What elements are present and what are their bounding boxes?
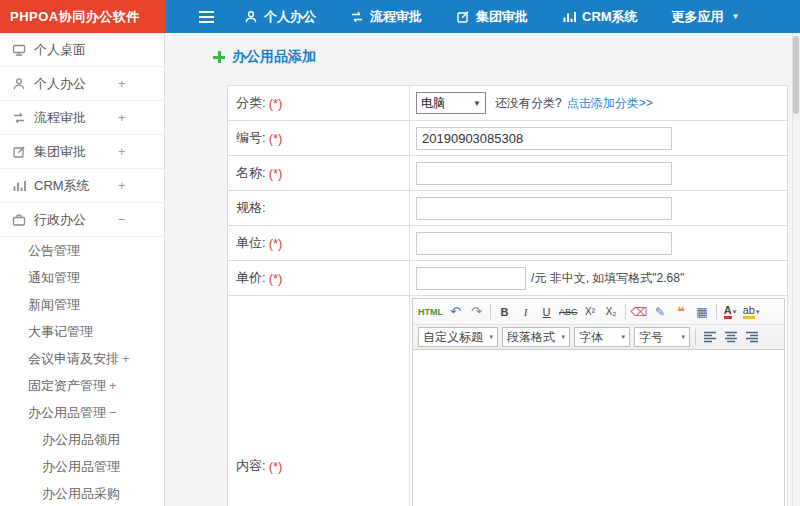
app-window: PHPOA协同办公软件 个人办公 流程审批 集团审批 [0, 0, 800, 506]
code-input[interactable] [416, 127, 672, 150]
sidebar-item-label: 办公用品领用 [42, 431, 120, 449]
required-mark: (*) [269, 96, 283, 111]
unit-input[interactable] [416, 232, 672, 255]
nav-crm-system[interactable]: CRM系统 [545, 0, 655, 33]
chart-icon [562, 10, 576, 24]
font-color-icon[interactable]: A ▾ [721, 302, 740, 322]
label-text: 单价: [236, 269, 266, 287]
expand-toggle[interactable]: − [118, 212, 126, 227]
top-nav: 个人办公 流程审批 集团审批 CRM系统 更多应用 [227, 0, 757, 33]
superscript-icon[interactable]: X² [581, 302, 600, 322]
toolbar-separator [625, 304, 626, 320]
remove-format-icon[interactable]: ⌫ [630, 302, 649, 322]
sidebar-item-label: 个人办公 [34, 75, 86, 93]
nav-label: CRM系统 [582, 8, 638, 26]
scrollbar-thumb[interactable] [793, 36, 799, 114]
form-row-spec: 规格: [228, 191, 787, 226]
redo-icon[interactable]: ↷ [467, 302, 486, 322]
sidebar-item-notice-management[interactable]: 通知管理 [0, 264, 164, 291]
expand-toggle[interactable]: + [118, 178, 126, 193]
align-center-icon[interactable] [720, 327, 741, 347]
hamburger-icon[interactable] [195, 6, 217, 28]
nav-personal-office[interactable]: 个人办公 [227, 0, 333, 33]
font-size-select[interactable]: 字号 ▾ [634, 327, 690, 347]
sidebar-item-meeting-request[interactable]: 会议申请及安排 + [0, 345, 164, 372]
sidebar-item-news-management[interactable]: 新闻管理 [0, 291, 164, 318]
caret-down-icon: ▾ [489, 333, 493, 341]
strikethrough-icon[interactable]: ABC [558, 302, 579, 322]
sidebar-item-announcement-management[interactable]: 公告管理 [0, 237, 164, 264]
align-right-icon[interactable] [741, 327, 762, 347]
expand-toggle[interactable]: + [122, 351, 130, 366]
highlight-icon[interactable]: ab ▾ [742, 302, 761, 322]
sidebar-item-personal-office[interactable]: 个人办公 + [0, 67, 164, 101]
required-mark: (*) [269, 166, 283, 181]
sidebar-item-label: 办公用品管理 [28, 404, 106, 422]
category-select[interactable]: 电脑 ▼ [416, 92, 486, 114]
topbar: PHPOA协同办公软件 个人办公 流程审批 集团审批 [0, 0, 800, 33]
bold-icon[interactable]: B [495, 302, 514, 322]
sidebar-item-memorabilia-management[interactable]: 大事记管理 [0, 318, 164, 345]
sidebar-item-label: 公告管理 [28, 242, 80, 260]
nav-group-approval[interactable]: 集团审批 [439, 0, 545, 33]
sidebar-item-admin-office[interactable]: 行政办公 − [0, 203, 164, 237]
caret-down-icon: ▾ [756, 308, 760, 316]
expand-toggle[interactable]: + [118, 144, 126, 159]
underline-icon[interactable]: U [537, 302, 556, 322]
sidebar-item-office-supplies-purchase[interactable]: 办公用品采购 [0, 480, 164, 506]
sidebar-item-fixed-assets-management[interactable]: 固定资产管理 + [0, 372, 164, 399]
blockquote-icon[interactable]: ❝ [672, 302, 691, 322]
format-painter-icon[interactable]: ✎ [651, 302, 670, 322]
paragraph-format-select[interactable]: 段落格式 ▾ [502, 327, 570, 347]
nav-more-apps[interactable]: 更多应用 ▼ [655, 0, 757, 33]
form-row-category: 分类: (*) 电脑 ▼ 还没有分类? 点击添加分类>> [228, 86, 787, 121]
toolbar-separator [695, 329, 696, 345]
caret-down-icon: ▾ [561, 333, 565, 341]
price-input[interactable] [416, 267, 526, 290]
page-title-row: 办公用品添加 [165, 33, 800, 66]
dropdown-label: 段落格式 [507, 329, 555, 346]
name-input[interactable] [416, 162, 672, 185]
sidebar-item-group-approval[interactable]: 集团审批 + [0, 135, 164, 169]
expand-toggle[interactable]: + [118, 76, 126, 91]
label-text: 内容: [236, 457, 266, 475]
person-icon [244, 10, 258, 24]
sidebar-item-label: 办公用品管理 [42, 458, 120, 476]
italic-icon[interactable]: I [516, 302, 535, 322]
sidebar-item-crm-system[interactable]: CRM系统 + [0, 169, 164, 203]
sidebar-item-process-approval[interactable]: 流程审批 + [0, 101, 164, 135]
sidebar-item-office-supplies-management[interactable]: 办公用品管理 − [0, 399, 164, 426]
label-text: 编号: [236, 129, 266, 147]
add-icon [213, 51, 225, 63]
font-family-select[interactable]: 字体 ▾ [574, 327, 630, 347]
sidebar-item-label: 个人桌面 [34, 41, 86, 59]
undo-icon[interactable]: ↶ [446, 302, 465, 322]
expand-toggle[interactable]: + [109, 378, 117, 393]
editor-body[interactable] [413, 350, 784, 506]
table-icon[interactable]: ▦ [693, 302, 712, 322]
align-left-icon[interactable] [699, 327, 720, 347]
label-text: 规格: [236, 199, 266, 217]
subscript-icon[interactable]: X₂ [602, 302, 621, 322]
selected-option: 电脑 [421, 95, 445, 112]
add-category-link[interactable]: 点击添加分类>> [567, 95, 653, 112]
sidebar-item-personal-desktop[interactable]: 个人桌面 [0, 33, 164, 67]
expand-toggle[interactable]: − [109, 405, 117, 420]
sidebar-item-office-supplies-management-sub[interactable]: 办公用品管理 [0, 453, 164, 480]
highlight-letter: ab [743, 304, 755, 319]
nav-process-approval[interactable]: 流程审批 [333, 0, 439, 33]
form-row-code: 编号: (*) [228, 121, 787, 156]
spec-input[interactable] [416, 197, 672, 220]
unit-label: 单位: (*) [228, 226, 410, 260]
expand-toggle[interactable]: + [118, 110, 126, 125]
html-source-icon[interactable]: HTML [417, 302, 444, 322]
name-label: 名称: (*) [228, 156, 410, 190]
dropdown-label: 字号 [639, 329, 663, 346]
form-row-price: 单价: (*) /元 非中文, 如填写格式"2.68" [228, 261, 787, 296]
flow-icon [350, 10, 364, 24]
vertical-scrollbar[interactable] [792, 33, 800, 506]
caret-down-icon: ▾ [681, 333, 685, 341]
custom-title-select[interactable]: 自定义标题 ▾ [418, 327, 498, 347]
caret-down-icon: ▾ [733, 308, 737, 316]
sidebar-item-office-supplies-requisition[interactable]: 办公用品领用 [0, 426, 164, 453]
